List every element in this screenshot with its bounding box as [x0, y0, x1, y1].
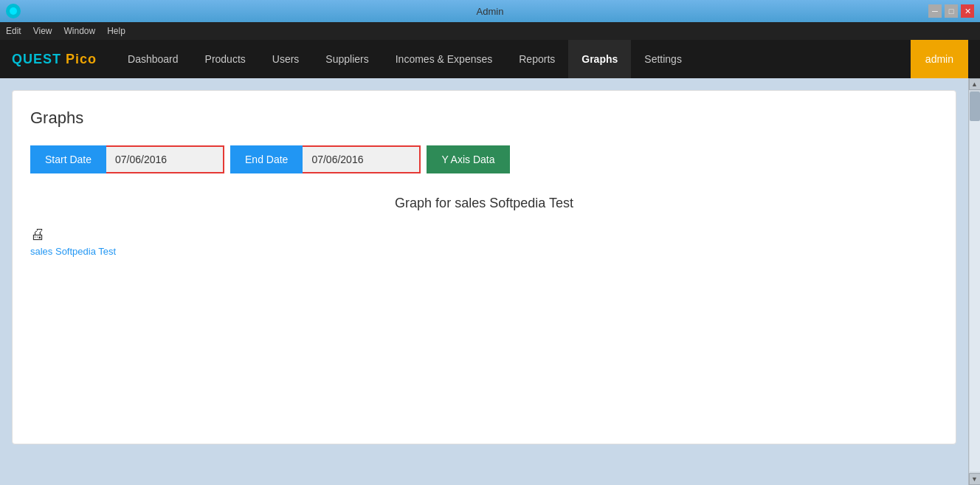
nav-users[interactable]: Users: [259, 40, 313, 78]
scroll-down-arrow[interactable]: ▼: [969, 473, 981, 485]
window-controls: ─ □ ✕: [928, 4, 974, 18]
page-card: Graphs Start Date End Date Y Axis Data G…: [12, 90, 956, 444]
scroll-track: [970, 92, 980, 472]
start-date-button[interactable]: Start Date: [30, 145, 106, 173]
page-title: Graphs: [30, 109, 938, 128]
graph-title: Graph for sales Softpedia Test: [30, 196, 938, 211]
nav-items: Dashboard Products Users Suppliers Incom…: [114, 40, 968, 78]
minimize-button[interactable]: ─: [928, 4, 942, 18]
nav-graphs[interactable]: Graphs: [568, 40, 631, 78]
nav-bar: QUEST Pico Dashboard Products Users Supp…: [0, 40, 980, 78]
nav-suppliers[interactable]: Suppliers: [312, 40, 382, 78]
brand-quest: QUEST: [12, 52, 61, 66]
menu-edit[interactable]: Edit: [6, 26, 21, 36]
close-button[interactable]: ✕: [961, 4, 974, 18]
legend-area: 🖨 sales Softpedia Test: [30, 226, 938, 257]
menu-view[interactable]: View: [33, 26, 52, 36]
nav-incomes-expenses[interactable]: Incomes & Expenses: [382, 40, 506, 78]
nav-settings[interactable]: Settings: [631, 40, 695, 78]
brand-pico: Pico: [66, 52, 97, 66]
y-axis-button[interactable]: Y Axis Data: [427, 145, 509, 173]
menu-bar: Edit View Window Help: [0, 22, 980, 40]
nav-dashboard[interactable]: Dashboard: [114, 40, 192, 78]
print-icon[interactable]: 🖨: [30, 226, 45, 243]
graph-area: Graph for sales Softpedia Test 🖨 sales S…: [30, 196, 938, 257]
main-content: Graphs Start Date End Date Y Axis Data G…: [0, 78, 968, 485]
maximize-button[interactable]: □: [945, 4, 958, 18]
end-date-input[interactable]: [303, 145, 421, 173]
brand: QUEST Pico: [12, 52, 97, 67]
scroll-thumb[interactable]: [970, 92, 980, 121]
app-logo: [6, 4, 21, 18]
nav-products[interactable]: Products: [192, 40, 259, 78]
main-wrapper: Graphs Start Date End Date Y Axis Data G…: [0, 78, 980, 485]
title-bar: Admin ─ □ ✕: [0, 0, 980, 22]
menu-window[interactable]: Window: [63, 26, 95, 36]
scroll-up-arrow[interactable]: ▲: [969, 78, 981, 90]
end-date-button[interactable]: End Date: [230, 145, 303, 173]
menu-help[interactable]: Help: [107, 26, 125, 36]
nav-admin[interactable]: admin: [911, 40, 968, 78]
scrollbar: ▲ ▼: [968, 78, 980, 485]
controls-row: Start Date End Date Y Axis Data: [30, 145, 938, 173]
nav-reports[interactable]: Reports: [505, 40, 568, 78]
start-date-input[interactable]: [106, 145, 224, 173]
svg-point-0: [10, 7, 17, 15]
legend-label: sales Softpedia Test: [30, 246, 938, 257]
window-title: Admin: [477, 6, 504, 17]
